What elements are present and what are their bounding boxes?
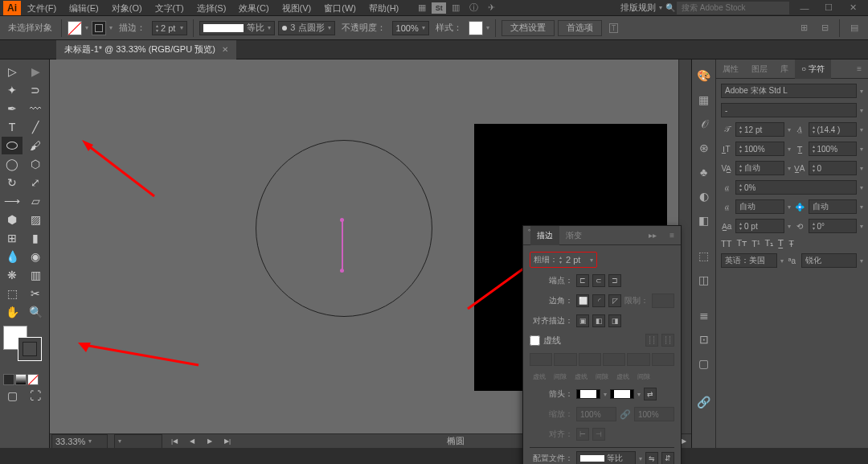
brush-dropdown[interactable]: 3 点圆形▾ xyxy=(278,21,334,35)
artboard-tool[interactable]: ⬚ xyxy=(2,285,23,302)
type-tool[interactable]: T xyxy=(2,118,23,136)
ellipse-handle[interactable] xyxy=(342,220,343,271)
font-family-field[interactable]: Adobe 宋体 Std L xyxy=(721,84,857,98)
hand-tool[interactable]: ✋ xyxy=(2,303,23,321)
panel-icon-1[interactable]: ⊞ xyxy=(796,21,812,35)
properties-tab[interactable]: 属性 xyxy=(716,60,745,79)
magic-wand-tool[interactable]: ✦ xyxy=(2,81,23,99)
eraser-tool[interactable]: ⬡ xyxy=(25,155,46,173)
symbols-panel-icon[interactable]: ⊛ xyxy=(694,138,714,158)
curvature-tool[interactable]: 〰 xyxy=(25,100,46,117)
eyedropper-tool[interactable]: 💧 xyxy=(2,248,23,265)
mesh-tool[interactable]: ⊞ xyxy=(2,229,23,247)
dashed-checkbox[interactable] xyxy=(530,335,540,346)
hscale-field[interactable]: ▴▾100% xyxy=(809,142,858,156)
doc-setup-button[interactable]: 文档设置 xyxy=(502,20,555,36)
align-outside[interactable]: ◨ xyxy=(608,314,621,327)
language-field[interactable]: 英语：美国 xyxy=(721,253,777,268)
appearance-panel-icon[interactable]: ⬚ xyxy=(694,246,714,265)
artboard-first[interactable]: |◀ xyxy=(169,436,180,447)
profile-field[interactable]: 等比 xyxy=(576,451,636,464)
pen-tool[interactable]: ✒ xyxy=(2,100,23,117)
align-panel-icon[interactable]: 🅃 xyxy=(606,21,622,35)
flip-y[interactable]: ⇵ xyxy=(661,452,674,464)
cap-projecting[interactable]: ⊐ xyxy=(608,274,621,287)
color-mode-solid[interactable] xyxy=(3,374,14,385)
screen-mode-full[interactable]: ⛶ xyxy=(25,387,46,404)
font-size-field[interactable]: ▴▾12 pt xyxy=(735,122,784,137)
perspective-tool[interactable]: ▨ xyxy=(25,211,46,228)
brushes-panel-icon[interactable]: 𝒪 xyxy=(694,114,714,133)
rotation-field[interactable]: ▴▾0° xyxy=(809,219,858,233)
stroke-panel-icon[interactable]: ♣ xyxy=(694,162,714,182)
menu-object[interactable]: 对象(O) xyxy=(105,0,149,16)
lasso-tool[interactable]: ⊃ xyxy=(25,81,46,99)
underline-button[interactable]: T̲ xyxy=(778,238,784,248)
free-transform-tool[interactable]: ▱ xyxy=(25,192,46,210)
style-swatch[interactable] xyxy=(469,21,483,35)
stroke-color[interactable] xyxy=(18,337,42,361)
symbol-sprayer-tool[interactable]: ❋ xyxy=(2,266,23,284)
weight-value[interactable]: 2 pt xyxy=(566,255,580,265)
color-panel-icon[interactable]: 🎨 xyxy=(694,66,714,85)
panel-icon-3[interactable]: ▤ xyxy=(846,21,862,35)
cap-round[interactable]: ⊂ xyxy=(592,274,605,287)
flip-x[interactable]: ⇋ xyxy=(645,452,658,464)
window-maximize[interactable]: ☐ xyxy=(817,1,841,15)
character-tab[interactable]: ○ 字符 xyxy=(795,60,831,79)
stroke-tab[interactable]: 描边 xyxy=(530,226,559,245)
ellipse-object[interactable] xyxy=(256,140,432,317)
tracking-field[interactable]: ▴▾0 xyxy=(809,161,858,175)
menu-edit[interactable]: 编辑(E) xyxy=(63,0,105,16)
swatches-panel-icon[interactable]: ▦ xyxy=(694,90,714,109)
color-mode-gradient[interactable] xyxy=(15,374,27,385)
titlebar-icon-info[interactable]: ⓘ xyxy=(465,1,481,15)
auto2-field[interactable]: 自动 xyxy=(809,199,858,214)
layout-rules-dropdown[interactable]: 排版规则▾ xyxy=(617,1,665,15)
transparency-panel-icon[interactable]: ◧ xyxy=(694,211,714,230)
color-mode-none[interactable] xyxy=(27,374,39,385)
menu-file[interactable]: 文件(F) xyxy=(21,0,63,16)
artboard-prev[interactable]: ◀ xyxy=(186,436,198,447)
menu-view[interactable]: 视图(V) xyxy=(276,0,318,16)
titlebar-icon-grid[interactable]: ▦ xyxy=(414,1,430,15)
fill-swatch[interactable] xyxy=(68,21,82,35)
leading-field[interactable]: ▴▾(14.4 ) xyxy=(809,122,858,137)
vscale-field[interactable]: ▴▾100% xyxy=(735,142,784,156)
graphic-styles-icon[interactable]: ◫ xyxy=(694,270,714,289)
artboard-last[interactable]: ▶| xyxy=(222,436,233,447)
ellipse-tool[interactable] xyxy=(2,137,23,154)
titlebar-icon-send[interactable]: ✈ xyxy=(483,1,499,15)
layers-panel-icon[interactable]: ≣ xyxy=(694,306,714,325)
scale-tool[interactable]: ⤢ xyxy=(25,174,46,191)
subscript-button[interactable]: T₁ xyxy=(765,238,774,248)
stroke-profile-dropdown[interactable]: 等比▾ xyxy=(199,21,275,35)
tab-close-icon[interactable]: ✕ xyxy=(222,45,228,54)
baseline-opt-field[interactable]: ▴▾0% xyxy=(735,180,857,195)
asset-panel-icon[interactable]: ⊡ xyxy=(694,330,714,349)
preferences-button[interactable]: 首选项 xyxy=(558,20,602,36)
gradient-tool[interactable]: ▮ xyxy=(25,229,46,247)
links-panel-icon[interactable]: 🔗 xyxy=(694,392,714,412)
menu-window[interactable]: 窗口(W) xyxy=(317,0,362,16)
width-tool[interactable]: ⟶ xyxy=(2,192,23,210)
blend-tool[interactable]: ◉ xyxy=(25,248,46,265)
window-close[interactable]: ✕ xyxy=(841,1,865,15)
libraries-tab[interactable]: 库 xyxy=(774,60,795,79)
artboard-next[interactable]: ▶ xyxy=(204,436,215,447)
corner-bevel[interactable]: ◸ xyxy=(608,294,621,307)
slice-tool[interactable]: ✂ xyxy=(25,285,46,302)
kerning-field[interactable]: ▴▾自动 xyxy=(735,161,784,175)
rotate-tool[interactable]: ↻ xyxy=(2,174,23,191)
gradient-panel-icon[interactable]: ◐ xyxy=(694,187,714,206)
stroke-panel-menu-icon[interactable]: ≡ xyxy=(663,226,681,245)
menu-select[interactable]: 选择(S) xyxy=(190,0,233,16)
menu-effect[interactable]: 效果(C) xyxy=(232,0,275,16)
direct-selection-tool[interactable]: ▶ xyxy=(25,63,46,80)
opacity-field[interactable]: 100%▾ xyxy=(392,21,429,35)
auto-field[interactable]: 自动 xyxy=(735,199,784,214)
arrow-start[interactable] xyxy=(576,389,600,399)
zoom-tool[interactable]: 🔍 xyxy=(25,303,46,321)
screen-mode-normal[interactable]: ▢ xyxy=(2,387,23,404)
antialias-field[interactable]: 锐化 xyxy=(801,253,858,268)
